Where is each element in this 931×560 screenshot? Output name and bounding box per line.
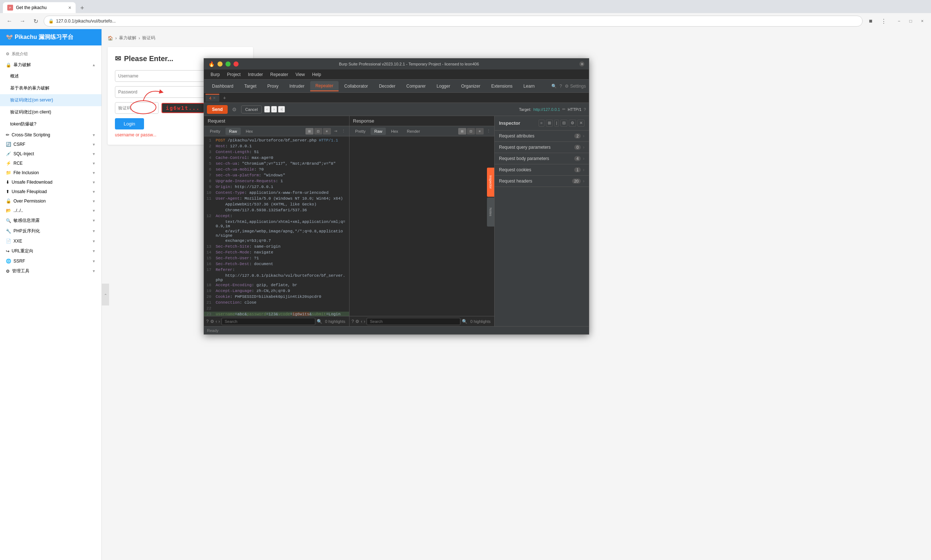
response-options-button[interactable]: ⋮ <box>485 128 492 135</box>
inspector-request-attributes[interactable]: Request attributes 2 › <box>495 131 589 142</box>
nav-item-token[interactable]: token防爆破? <box>0 118 102 130</box>
menu-view[interactable]: View <box>292 71 308 78</box>
username-input[interactable] <box>115 70 217 82</box>
nav-category-bruteforce[interactable]: 🔒 暴力破解 ▲ <box>0 60 102 70</box>
request-indent-button[interactable]: ⇥ <box>332 128 339 135</box>
browser-menu-button[interactable]: ⋮ <box>879 16 889 26</box>
inspector-query-params[interactable]: Request query parameters 0 › <box>495 142 589 153</box>
menu-repeater[interactable]: Repeater <box>266 71 292 78</box>
nav-category-unsafe-ul[interactable]: ⬆ Unsafe Fileupload ▼ <box>0 187 102 196</box>
request-search-settings[interactable]: ⚙ <box>210 319 214 324</box>
nav-category-admin[interactable]: ⚙ 管理工具 ▼ <box>0 266 102 276</box>
captcha-input[interactable] <box>115 102 159 114</box>
repeater-tab-4[interactable]: 4 ✕ <box>205 94 219 102</box>
nav-category-sensitive[interactable]: 🔍 敏感信息泄露 ▼ <box>0 215 102 226</box>
response-nav-next[interactable]: › <box>364 319 365 324</box>
password-input[interactable] <box>115 86 217 98</box>
burp-help-button[interactable]: ? <box>560 84 562 89</box>
response-tab-hex[interactable]: Hex <box>387 128 402 135</box>
menu-help[interactable]: Help <box>308 71 325 78</box>
extensions-button[interactable]: ■ <box>866 16 876 26</box>
inspector-split[interactable]: ⊟ <box>560 120 567 126</box>
nav-category-file-inclusion[interactable]: 📁 File Inclusion ▼ <box>0 168 102 177</box>
minimize-button[interactable]: − <box>895 17 903 25</box>
request-tab-pretty[interactable]: Pretty <box>206 128 224 135</box>
burp-minimize-button[interactable] <box>217 62 223 66</box>
nav-tab-learn[interactable]: Learn <box>518 82 540 91</box>
inspector-grid-view[interactable]: ⊞ <box>546 120 553 126</box>
response-view-split[interactable]: ⊞ <box>458 128 466 135</box>
send-options-button[interactable]: ⚙ <box>230 106 239 113</box>
nav-category-csrf[interactable]: 🔄 CSRF ▼ <box>0 140 102 149</box>
add-tab-button[interactable]: + <box>220 94 229 102</box>
response-view-wrap[interactable]: ≡ <box>476 128 484 135</box>
tab-close-icon[interactable]: ✕ <box>213 96 215 100</box>
response-tab-render[interactable]: Render <box>403 128 424 135</box>
nav-category-unsafe-dl[interactable]: ⬇ Unsafe Filedownload ▼ <box>0 177 102 187</box>
http-version-help[interactable]: ? <box>584 107 586 112</box>
burp-maximize-button[interactable] <box>225 62 231 66</box>
request-view-wrap[interactable]: ≡ <box>323 128 331 135</box>
response-search-icon[interactable]: 🔍 <box>462 319 467 324</box>
nav-tab-organizer[interactable]: Organizer <box>456 82 486 91</box>
request-search-help[interactable]: ? <box>206 319 209 324</box>
request-nav-prev[interactable]: ‹ <box>215 319 217 324</box>
side-tab-notes[interactable]: Notes <box>487 197 494 226</box>
menu-intruder[interactable]: Intruder <box>245 71 266 78</box>
request-nav-next[interactable]: › <box>219 319 220 324</box>
burp-settings-icon[interactable]: ⚙ Settings <box>565 84 586 89</box>
response-search-input[interactable] <box>366 318 460 325</box>
nav-tab-decoder[interactable]: Decoder <box>374 82 400 91</box>
nav-end-button[interactable]: ›| <box>278 106 285 113</box>
nav-tab-proxy[interactable]: Proxy <box>262 82 284 91</box>
response-tab-raw[interactable]: Raw <box>371 128 386 135</box>
burp-search-button[interactable]: 🔍 <box>551 84 557 89</box>
nav-tab-repeater[interactable]: Repeater <box>310 81 338 91</box>
response-nav-prev[interactable]: ‹ <box>361 319 362 324</box>
nav-tab-collaborator[interactable]: Collaborator <box>339 82 373 91</box>
inspector-headers[interactable]: Request headers 20 › <box>495 175 589 187</box>
browser-tab[interactable]: P Get the pikachu × <box>3 2 75 13</box>
nav-tab-intruder[interactable]: Intruder <box>285 82 309 91</box>
nav-category-ssrf[interactable]: 🌐 SSRF ▼ <box>0 256 102 266</box>
menu-burp[interactable]: Burp <box>207 71 223 78</box>
nav-tab-extensions[interactable]: Extensions <box>486 82 518 91</box>
back-button[interactable]: ← <box>5 16 15 26</box>
nav-item-captcha-client[interactable]: 验证码绕过(on client) <box>0 106 102 118</box>
response-search-help[interactable]: ? <box>352 319 354 324</box>
new-tab-button[interactable]: + <box>77 3 87 13</box>
nav-category-php[interactable]: 🔧 PHP反序列化 ▼ <box>0 226 102 236</box>
nav-item-captcha-server[interactable]: 验证码绕过(on server) <box>0 94 102 106</box>
response-search-settings[interactable]: ⚙ <box>355 319 359 324</box>
nav-category-rce[interactable]: ⚡ RCE ▼ <box>0 158 102 168</box>
target-edit-icon[interactable]: ✏ <box>562 107 566 112</box>
response-tab-pretty[interactable]: Pretty <box>352 128 369 135</box>
inspector-settings[interactable]: ⚙ <box>569 120 576 126</box>
nav-category-dotdot[interactable]: 📂 ../../.. ▼ <box>0 206 102 215</box>
inspector-close[interactable]: ✕ <box>577 120 585 126</box>
nav-tab-logger[interactable]: Logger <box>432 82 455 91</box>
nav-category-xxe[interactable]: 📄 XXE ▼ <box>0 236 102 246</box>
login-button[interactable]: Login <box>115 118 144 129</box>
nav-tab-comparer[interactable]: Comparer <box>401 82 431 91</box>
tab-close-button[interactable]: × <box>68 5 71 11</box>
request-tab-raw[interactable]: Raw <box>225 128 241 135</box>
request-options-button[interactable]: ⋮ <box>340 128 347 135</box>
request-view-split[interactable]: ⊞ <box>305 128 314 135</box>
nav-category-xss[interactable]: ✏ Cross-Site Scripting ▼ <box>0 130 102 140</box>
maximize-button[interactable]: □ <box>906 17 915 25</box>
cancel-button[interactable]: Cancel <box>241 105 262 114</box>
next-request-button[interactable]: › <box>271 106 277 113</box>
menu-project[interactable]: Project <box>223 71 244 78</box>
nav-category-sql[interactable]: 💉 SQL-Inject ▼ <box>0 149 102 158</box>
close-window-button[interactable]: × <box>918 17 926 25</box>
request-search-icon[interactable]: 🔍 <box>317 319 322 324</box>
inspector-vertical[interactable]: | <box>554 120 559 126</box>
sidebar-toggle-button[interactable]: ‹ <box>102 284 109 305</box>
prev-request-button[interactable]: ‹ <box>264 106 270 113</box>
request-tab-hex[interactable]: Hex <box>242 128 257 135</box>
response-view-full[interactable]: ⊡ <box>467 128 475 135</box>
forward-button[interactable]: → <box>17 16 28 26</box>
inspector-list-view[interactable]: ≡ <box>539 120 545 126</box>
nav-tab-dashboard[interactable]: Dashboard <box>207 82 239 91</box>
